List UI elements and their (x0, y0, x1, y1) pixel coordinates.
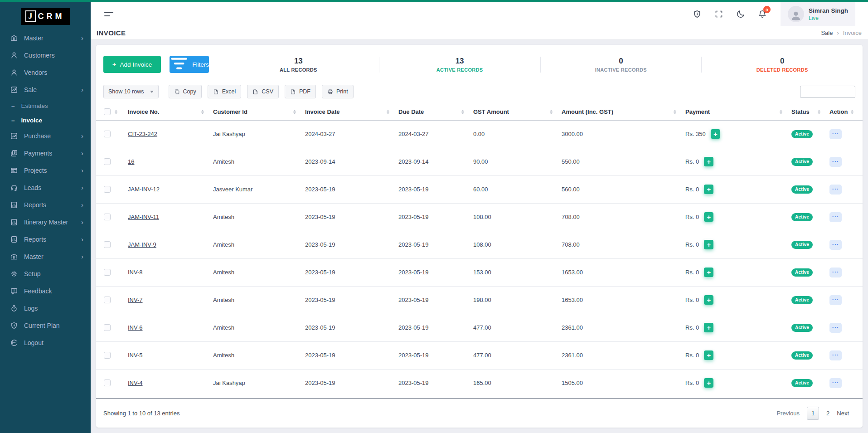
report-icon (10, 218, 18, 226)
sort-icon[interactable] (115, 110, 117, 114)
sidebar-item-logout[interactable]: Logout (0, 334, 91, 351)
pagination-previous[interactable]: Previous (776, 410, 800, 417)
sidebar-item-reports[interactable]: Reports› (0, 196, 91, 214)
search-input[interactable] (800, 86, 855, 98)
sort-icon[interactable] (293, 110, 296, 114)
user-menu[interactable]: Simran Singh Live (781, 2, 855, 26)
sidebar-item-itinerary-master[interactable]: Itinerary Master› (0, 214, 91, 231)
pagination-page-2[interactable]: 2 (826, 410, 829, 417)
row-checkbox[interactable] (104, 352, 111, 359)
cell-select (96, 203, 128, 231)
add-payment-button[interactable]: + (704, 268, 713, 277)
table-row: INV-5Amitesh2023-05-192023-05-19477.0023… (96, 341, 863, 369)
sort-icon[interactable] (674, 110, 676, 114)
add-invoice-button[interactable]: + Add Invoice (103, 56, 161, 73)
sidebar-item-setup[interactable]: Setup (0, 265, 91, 282)
sidebar-item-label: Customers (24, 52, 55, 59)
add-payment-button[interactable]: + (704, 212, 713, 222)
row-actions-button[interactable]: ... (829, 295, 842, 305)
row-actions-button[interactable]: ... (829, 350, 842, 360)
add-payment-button[interactable]: + (704, 240, 713, 249)
row-checkbox[interactable] (104, 379, 111, 386)
pagination-next[interactable]: Next (837, 410, 849, 417)
sidebar-item-purchase[interactable]: Purchase› (0, 127, 91, 145)
breadcrumb-parent[interactable]: Sale (821, 29, 833, 36)
sort-icon[interactable] (780, 110, 782, 114)
sidebar-item-customers[interactable]: Customers (0, 47, 91, 64)
invoice-link[interactable]: JAM-INV-12 (128, 186, 160, 193)
brand-logo[interactable]: J CRM (21, 8, 70, 25)
invoice-link[interactable]: JAM-INV-11 (128, 214, 159, 220)
row-checkbox[interactable] (104, 214, 111, 220)
row-checkbox[interactable] (104, 297, 111, 303)
row-actions-button[interactable]: ... (829, 185, 842, 195)
shield-bolt-icon[interactable] (693, 10, 702, 19)
sort-icon[interactable] (387, 110, 389, 114)
sidebar-item-logs[interactable]: Logs (0, 300, 91, 317)
sidebar-item-current-plan[interactable]: Current Plan (0, 317, 91, 334)
sidebar-item-sale[interactable]: Sale› (0, 81, 91, 98)
invoice-link[interactable]: INV-4 (128, 379, 143, 386)
invoice-link[interactable]: JAM-INV-9 (128, 241, 156, 248)
sidebar-item-master[interactable]: Master› (0, 29, 91, 47)
sort-icon[interactable] (201, 110, 204, 114)
sidebar-subitem-invoice[interactable]: –Invoice (0, 113, 91, 127)
row-checkbox[interactable] (104, 186, 111, 193)
row-actions-button[interactable]: ... (829, 323, 842, 333)
row-actions-button[interactable]: ... (829, 157, 842, 167)
row-actions-button[interactable]: ... (829, 240, 842, 250)
row-actions-button[interactable]: ... (829, 129, 842, 139)
invoice-link[interactable]: CIT-23-242 (128, 131, 157, 137)
export-csv-button[interactable]: CSV (247, 85, 279, 98)
add-payment-button[interactable]: + (704, 157, 713, 166)
cell-status: Active (791, 258, 829, 286)
invoice-link[interactable]: 16 (128, 158, 134, 165)
fullscreen-icon[interactable] (714, 10, 723, 19)
stat-inactive-records: 0INACTIVE RECORDS (540, 57, 702, 73)
sidebar-item-projects[interactable]: Projects› (0, 162, 91, 179)
row-checkbox[interactable] (104, 131, 111, 137)
add-payment-button[interactable]: + (704, 323, 713, 332)
filters-button[interactable]: Fliters (170, 56, 209, 73)
export-print-button[interactable]: Print (322, 85, 354, 98)
sidebar-item-leads[interactable]: Leads› (0, 179, 91, 196)
add-payment-button[interactable]: + (711, 129, 720, 139)
add-payment-button[interactable]: + (704, 185, 713, 194)
invoice-link[interactable]: INV-6 (128, 324, 143, 331)
payment-amount: Rs. 0 (685, 352, 699, 359)
invoice-link[interactable]: INV-8 (128, 269, 143, 276)
sidebar-item-reports[interactable]: Reports› (0, 231, 91, 248)
row-checkbox[interactable] (104, 241, 111, 248)
row-checkbox[interactable] (104, 158, 111, 165)
select-all-checkbox[interactable] (104, 108, 111, 115)
add-payment-button[interactable]: + (704, 350, 713, 360)
export-pdf-button[interactable]: PDF (285, 85, 316, 98)
sidebar-item-master[interactable]: Master› (0, 248, 91, 265)
payment-amount: Rs. 0 (685, 379, 699, 386)
invoice-link[interactable]: INV-7 (128, 297, 143, 303)
row-actions-button[interactable]: ... (829, 212, 842, 222)
menu-icon[interactable] (104, 12, 113, 16)
show-rows-select[interactable]: Show 10 rows (103, 85, 159, 98)
export-excel-button[interactable]: Excel (208, 85, 242, 98)
row-actions-button[interactable]: ... (829, 268, 842, 277)
row-checkbox[interactable] (104, 269, 111, 276)
page-title-bar: INVOICE Sale › Invoice (91, 26, 868, 39)
sidebar-item-payments[interactable]: Payments› (0, 145, 91, 162)
row-actions-button[interactable]: ... (829, 378, 842, 388)
sort-icon[interactable] (461, 110, 464, 114)
sidebar-subitem-estimates[interactable]: –Estimates (0, 98, 91, 113)
sort-icon[interactable] (851, 110, 853, 114)
sidebar-item-feedback[interactable]: Feedback (0, 282, 91, 300)
sort-icon[interactable] (550, 110, 553, 114)
row-checkbox[interactable] (104, 324, 111, 331)
sort-icon[interactable] (818, 110, 820, 114)
export-copy-button[interactable]: Copy (169, 85, 202, 98)
add-payment-button[interactable]: + (704, 378, 713, 388)
sidebar-item-vendors[interactable]: Vendors (0, 64, 91, 81)
add-payment-button[interactable]: + (704, 295, 713, 305)
bell-icon[interactable]: 0 (758, 10, 767, 19)
pagination-page-1[interactable]: 1 (807, 407, 819, 420)
moon-icon[interactable] (736, 10, 745, 19)
invoice-link[interactable]: INV-5 (128, 352, 143, 359)
